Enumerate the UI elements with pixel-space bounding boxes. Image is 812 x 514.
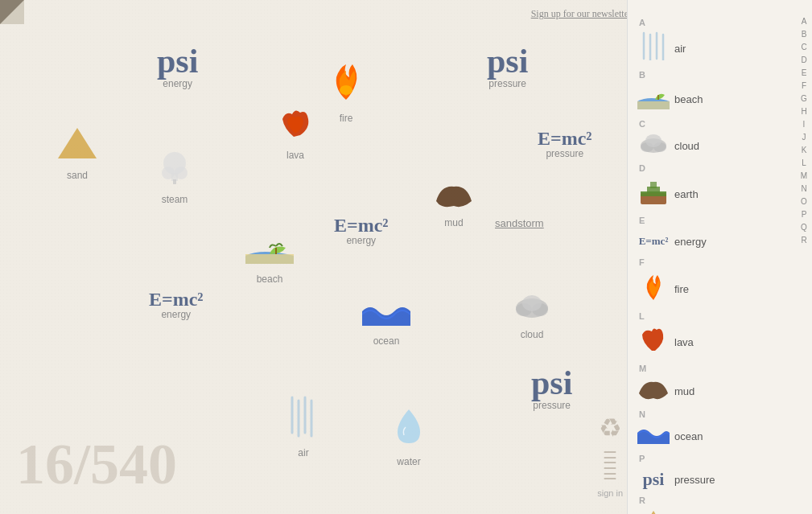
sidebar-item-beach[interactable]: beach	[634, 81, 789, 117]
alpha-d[interactable]: D	[801, 55, 806, 66]
alpha-l[interactable]: L	[802, 158, 806, 169]
sidebar-air-label: air	[674, 43, 686, 55]
sidebar-item-cloud[interactable]: cloud	[634, 130, 789, 162]
sidebar-letter-b: B	[634, 68, 789, 81]
water-canvas-label: water	[397, 456, 420, 467]
element-energy3[interactable]: E=mc² pressure	[538, 129, 592, 159]
energy-text-1: E=mc²	[149, 290, 204, 309]
alpha-i[interactable]: I	[803, 119, 806, 130]
energy-label-3: pressure	[546, 148, 583, 159]
sidebar-item-sand[interactable]: sand	[634, 507, 789, 514]
svg-rect-30	[650, 182, 657, 188]
sidebar-pressure-icon: psi	[637, 469, 670, 490]
psi-text-1: psi	[157, 44, 198, 78]
sidebar-item-mud[interactable]: mud	[634, 375, 789, 408]
sidebar-air-icon	[637, 31, 670, 66]
sidebar-pressure-label: pressure	[674, 474, 715, 486]
sidebar-beach-icon	[637, 84, 670, 115]
energy-label-2: energy	[346, 235, 376, 246]
alpha-b[interactable]: B	[802, 29, 807, 40]
recycle-icon[interactable]: ♻	[599, 413, 622, 443]
sidebar-items-list: A air B bea	[628, 0, 796, 514]
sidebar-earth-icon	[637, 177, 670, 212]
sidebar-letter-n: N	[634, 408, 789, 421]
sandstorm-label: sandstorm	[495, 217, 544, 229]
alpha-o[interactable]: O	[801, 196, 807, 208]
svg-point-13	[522, 295, 542, 311]
alpha-m[interactable]: M	[801, 171, 807, 182]
sidebar-item-energy[interactable]: E=mc² energy	[634, 227, 789, 256]
element-pressure2[interactable]: psi pressure	[487, 44, 528, 89]
alpha-g[interactable]: G	[801, 93, 807, 105]
pressure-label-3: pressure	[533, 400, 571, 411]
element-pressure1[interactable]: psi energy	[157, 44, 198, 89]
alpha-a[interactable]: A	[802, 16, 807, 27]
hamburger-icon[interactable]: ☰☰	[603, 450, 617, 482]
sidebar-letter-r: R	[634, 494, 789, 507]
sidebar-item-air[interactable]: air	[634, 29, 789, 68]
psi-text-3: psi	[531, 366, 572, 400]
ocean-icon	[362, 294, 410, 332]
element-air[interactable]: air	[286, 396, 321, 458]
alpha-h[interactable]: H	[801, 106, 806, 117]
element-energy1[interactable]: E=mc² energy	[149, 290, 204, 320]
alpha-f[interactable]: F	[802, 80, 806, 92]
sidebar-mud-label: mud	[674, 385, 695, 397]
sidebar-mud-icon	[637, 377, 670, 405]
lava-icon	[278, 105, 313, 146]
alpha-c[interactable]: C	[801, 42, 806, 53]
sidebar-item-ocean[interactable]: ocean	[634, 421, 789, 452]
bottom-actions-area: ♻ ☰☰ sign in	[597, 413, 623, 498]
svg-rect-9	[245, 254, 294, 264]
sidebar-item-fire[interactable]: fire	[634, 269, 789, 310]
sidebar-beach-label: beach	[674, 93, 703, 105]
sidebar-letter-m: M	[634, 362, 789, 375]
element-steam[interactable]: steam	[157, 149, 192, 205]
element-lava[interactable]: lava	[278, 105, 313, 161]
element-cloud[interactable]: cloud	[511, 287, 553, 340]
alpha-k[interactable]: K	[802, 145, 807, 156]
energy-text-2: E=mc²	[334, 216, 389, 235]
sidebar: A air B bea	[627, 0, 812, 514]
sidebar-lava-label: lava	[674, 336, 694, 348]
alpha-q[interactable]: Q	[801, 222, 807, 233]
element-fire[interactable]: fire	[328, 58, 364, 124]
sidebar-letter-d: D	[634, 162, 789, 175]
element-sandstorm[interactable]: sandstorm	[495, 217, 544, 229]
sign-in-label[interactable]: sign in	[597, 488, 623, 498]
alpha-j[interactable]: J	[802, 132, 806, 143]
svg-marker-31	[641, 511, 666, 514]
element-ocean[interactable]: ocean	[362, 294, 410, 347]
element-pressure3[interactable]: psi pressure	[531, 366, 572, 411]
air-canvas-label: air	[298, 447, 308, 458]
cloud-canvas-label: cloud	[521, 329, 544, 340]
beach-icon	[245, 232, 294, 270]
sidebar-energy-label: energy	[674, 236, 707, 248]
element-sand[interactable]: sand	[56, 125, 98, 181]
sidebar-earth-label: earth	[674, 188, 699, 200]
sidebar-item-earth[interactable]: earth	[634, 175, 789, 214]
sidebar-letter-a: A	[634, 16, 789, 29]
element-mud[interactable]: mud	[433, 175, 475, 228]
element-beach[interactable]: beach	[245, 232, 294, 285]
alpha-e[interactable]: E	[802, 68, 807, 79]
air-icon	[286, 396, 321, 444]
sidebar-letter-c: C	[634, 117, 789, 130]
sidebar-cloud-icon	[637, 133, 670, 159]
sidebar-ocean-label: ocean	[674, 430, 703, 442]
alpha-p[interactable]: P	[802, 209, 807, 220]
sidebar-letter-f: F	[634, 256, 789, 269]
svg-point-26	[645, 134, 662, 147]
sidebar-item-pressure[interactable]: psi pressure	[634, 465, 789, 494]
sidebar-letter-p: P	[634, 452, 789, 465]
alpha-r[interactable]: R	[801, 235, 806, 246]
psi-text-2: psi	[487, 44, 528, 78]
ocean-canvas-label: ocean	[373, 335, 400, 347]
sidebar-energy-icon: E=mc²	[637, 235, 670, 248]
sand-icon	[56, 125, 98, 167]
element-water[interactable]: water	[394, 406, 423, 467]
element-energy2[interactable]: E=mc² energy	[334, 216, 389, 246]
alpha-n[interactable]: N	[801, 183, 806, 195]
mud-icon	[433, 175, 475, 214]
sidebar-item-lava[interactable]: lava	[634, 323, 789, 362]
